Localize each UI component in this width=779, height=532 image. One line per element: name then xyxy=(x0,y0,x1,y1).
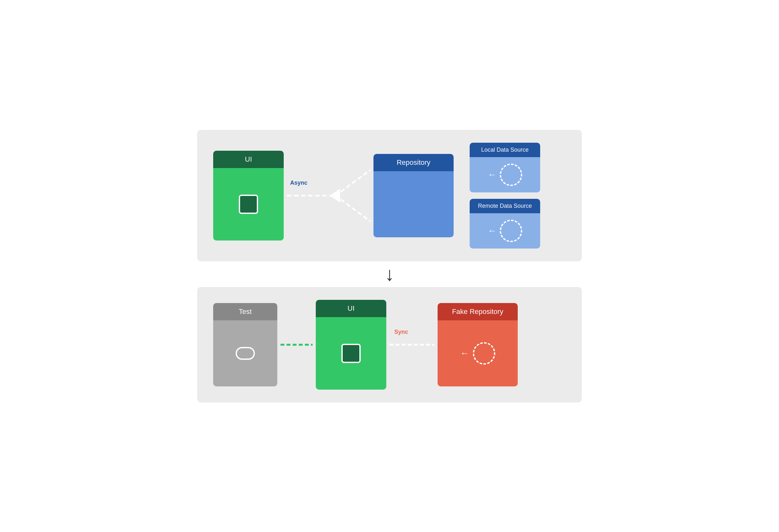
sync-label: Sync xyxy=(394,329,408,336)
local-data-source: Local Data Source ← xyxy=(470,143,540,192)
ui-body-bottom xyxy=(316,317,386,390)
top-panel: UI Async xyxy=(197,130,582,261)
repository-body xyxy=(373,171,454,237)
fake-repo-header: Fake Repository xyxy=(437,303,518,320)
fake-repository-component: Fake Repository ← xyxy=(437,303,518,387)
fake-repo-body: ← xyxy=(437,320,518,387)
svg-line-3 xyxy=(341,199,370,221)
ui-component-bottom: UI xyxy=(316,300,386,390)
test-header: Test xyxy=(213,303,277,320)
ui-to-fakerepo-svg xyxy=(386,303,437,387)
arrow-down: ↓ xyxy=(385,264,394,284)
test-component: Test xyxy=(213,303,277,387)
ui-header-top: UI xyxy=(213,151,284,168)
repository-component: Repository xyxy=(373,154,454,237)
top-connection-svg xyxy=(284,151,373,240)
arrow-connector: ↓ xyxy=(385,261,394,287)
remote-ds-circle xyxy=(500,220,522,242)
top-diagram-inner: UI Async xyxy=(213,143,566,248)
remote-ds-arrow: ← xyxy=(488,226,496,236)
local-ds-header: Local Data Source xyxy=(470,143,540,157)
local-ds-body: ← xyxy=(470,157,540,192)
remote-ds-body: ← xyxy=(470,213,540,248)
remote-ds-header: Remote Data Source xyxy=(470,199,540,213)
ui-square-icon-top xyxy=(239,195,258,214)
test-capsule-icon xyxy=(236,347,255,360)
ui-square-icon-bottom xyxy=(342,344,361,363)
test-to-ui-svg xyxy=(277,303,316,387)
bottom-panel: Test UI Syn xyxy=(197,287,582,403)
ui-body-top xyxy=(213,168,284,240)
ui-to-fakerepo-connection: Sync xyxy=(386,303,437,387)
repository-header: Repository xyxy=(373,154,454,171)
ui-header-bottom: UI xyxy=(316,300,386,317)
svg-marker-1 xyxy=(330,189,340,202)
diagram-container: UI Async xyxy=(197,130,582,403)
remote-data-source: Remote Data Source ← xyxy=(470,199,540,248)
test-to-ui-connection xyxy=(277,303,316,387)
top-connection-area: Async xyxy=(284,151,373,240)
ui-component-top: UI xyxy=(213,151,284,240)
svg-line-2 xyxy=(341,170,370,192)
bottom-diagram-inner: Test UI Syn xyxy=(213,300,566,390)
fake-repo-circle xyxy=(473,342,495,365)
local-ds-circle xyxy=(500,164,522,186)
async-label: Async xyxy=(290,180,307,186)
fake-repo-arrow: ← xyxy=(460,348,469,358)
data-sources-column: Local Data Source ← Remote Data Source ← xyxy=(470,143,540,248)
test-body xyxy=(213,320,277,387)
local-ds-arrow: ← xyxy=(488,170,496,180)
